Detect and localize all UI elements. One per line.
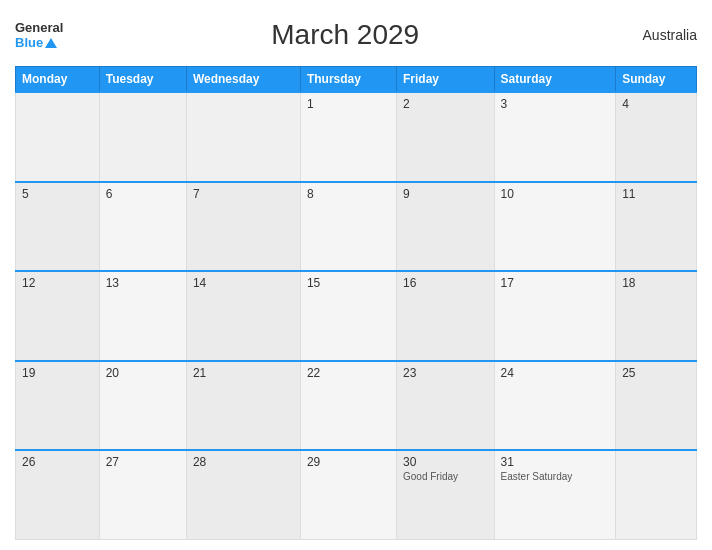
logo: General Blue [15,20,63,50]
day-number: 9 [403,187,488,201]
day-cell: 7 [186,182,300,272]
day-number: 24 [501,366,610,380]
day-cell: 18 [616,271,697,361]
day-number: 1 [307,97,390,111]
day-cell: 27 [99,450,186,540]
logo-blue-text: Blue [15,35,43,50]
day-cell: 10 [494,182,616,272]
day-cell: 4 [616,92,697,182]
day-cell: 23 [397,361,495,451]
holiday-label: Easter Saturday [501,471,610,482]
day-number: 6 [106,187,180,201]
day-number: 23 [403,366,488,380]
day-number: 16 [403,276,488,290]
week-row-3: 12131415161718 [16,271,697,361]
day-number: 18 [622,276,690,290]
day-cell: 16 [397,271,495,361]
day-number: 2 [403,97,488,111]
day-cell [99,92,186,182]
day-number: 7 [193,187,294,201]
day-cell: 13 [99,271,186,361]
day-number: 14 [193,276,294,290]
day-cell: 15 [300,271,396,361]
week-row-2: 567891011 [16,182,697,272]
week-row-1: 1234 [16,92,697,182]
day-cell: 6 [99,182,186,272]
day-cell: 20 [99,361,186,451]
day-cell: 21 [186,361,300,451]
day-cell: 19 [16,361,100,451]
day-cell: 28 [186,450,300,540]
day-cell: 17 [494,271,616,361]
day-number: 22 [307,366,390,380]
header-saturday: Saturday [494,67,616,93]
day-cell: 3 [494,92,616,182]
day-cell: 12 [16,271,100,361]
day-number: 28 [193,455,294,469]
header-friday: Friday [397,67,495,93]
day-number: 25 [622,366,690,380]
day-cell: 31Easter Saturday [494,450,616,540]
day-number: 13 [106,276,180,290]
header-sunday: Sunday [616,67,697,93]
day-cell: 8 [300,182,396,272]
day-cell: 24 [494,361,616,451]
day-number: 21 [193,366,294,380]
day-cell [616,450,697,540]
day-number: 4 [622,97,690,111]
day-cell: 5 [16,182,100,272]
day-cell [186,92,300,182]
header-tuesday: Tuesday [99,67,186,93]
day-number: 20 [106,366,180,380]
logo-blue-row: Blue [15,35,57,50]
day-number: 27 [106,455,180,469]
week-row-5: 2627282930Good Friday31Easter Saturday [16,450,697,540]
header-wednesday: Wednesday [186,67,300,93]
day-number: 29 [307,455,390,469]
day-number: 12 [22,276,93,290]
day-number: 10 [501,187,610,201]
day-number: 3 [501,97,610,111]
day-number: 26 [22,455,93,469]
day-number: 31 [501,455,610,469]
weekday-header-row: Monday Tuesday Wednesday Thursday Friday… [16,67,697,93]
logo-general-text: General [15,20,63,35]
day-number: 17 [501,276,610,290]
day-cell: 30Good Friday [397,450,495,540]
day-cell: 2 [397,92,495,182]
day-number: 5 [22,187,93,201]
day-cell: 14 [186,271,300,361]
holiday-label: Good Friday [403,471,488,482]
day-cell: 1 [300,92,396,182]
calendar-page: General Blue March 2029 Australia Monday… [0,0,712,550]
day-cell: 22 [300,361,396,451]
day-cell: 29 [300,450,396,540]
day-cell: 9 [397,182,495,272]
week-row-4: 19202122232425 [16,361,697,451]
day-number: 11 [622,187,690,201]
day-number: 8 [307,187,390,201]
day-cell: 26 [16,450,100,540]
country-label: Australia [627,27,697,43]
day-cell: 11 [616,182,697,272]
calendar-table: Monday Tuesday Wednesday Thursday Friday… [15,66,697,540]
day-cell [16,92,100,182]
day-number: 15 [307,276,390,290]
day-number: 30 [403,455,488,469]
logo-triangle-icon [45,38,57,48]
header: General Blue March 2029 Australia [15,10,697,60]
day-cell: 25 [616,361,697,451]
calendar-title: March 2029 [63,19,627,51]
header-thursday: Thursday [300,67,396,93]
header-monday: Monday [16,67,100,93]
day-number: 19 [22,366,93,380]
